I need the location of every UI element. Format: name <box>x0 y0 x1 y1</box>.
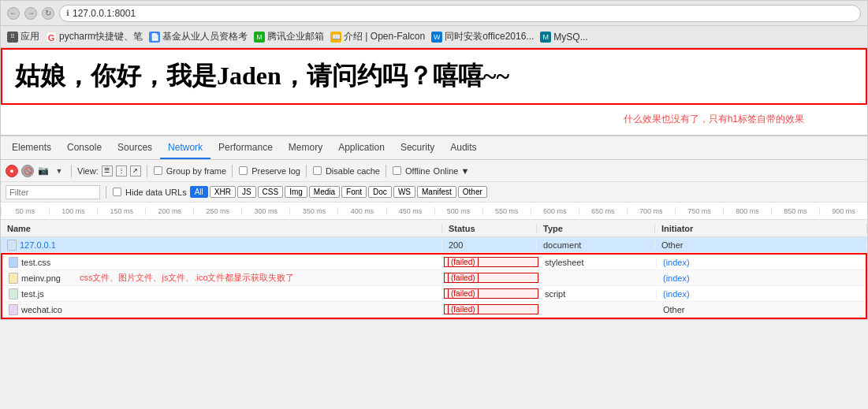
bookmark-mysql[interactable]: M MySQ... <box>540 32 587 43</box>
refresh-button[interactable]: ↻ <box>42 7 54 20</box>
initiator-link[interactable]: (index) <box>663 258 690 267</box>
preserve-log-checkbox[interactable] <box>239 166 248 175</box>
filter-tag-font[interactable]: Font <box>341 186 367 198</box>
filter-row: Hide data URLs AllXHRJSCSSImgMediaFontDo… <box>1 182 867 203</box>
filter-tag-media[interactable]: Media <box>309 186 340 198</box>
group-by-frame-checkbox[interactable] <box>154 166 162 175</box>
initiator-link[interactable]: (index) <box>663 289 690 299</box>
bookmark-pycharm[interactable]: G pycharm快捷键、笔 <box>46 30 143 43</box>
timeline-tick: 750 ms <box>675 207 723 215</box>
timeline-tick: 250 ms <box>193 207 241 215</box>
offline-label: Offline <box>405 166 430 176</box>
header-name[interactable]: Name <box>1 224 442 233</box>
tab-memory[interactable]: Memory <box>281 137 330 159</box>
table-row[interactable]: 127.0.0.1200documentOther <box>1 237 867 253</box>
filter-tag-manifest[interactable]: Manifest <box>417 186 456 198</box>
cell-initiator: Other <box>655 240 867 250</box>
filter-tag-xhr[interactable]: XHR <box>210 186 236 198</box>
tab-network[interactable]: Network <box>160 137 210 159</box>
table-row[interactable]: wechat.ico(failed)Other <box>2 302 866 318</box>
filter-tag-img[interactable]: Img <box>285 186 307 198</box>
filter-tag-doc[interactable]: Doc <box>368 186 392 198</box>
tab-performance[interactable]: Performance <box>210 137 281 159</box>
timeline-tick: 500 ms <box>434 207 482 215</box>
fund-icon: 📄 <box>149 32 160 43</box>
tab-elements[interactable]: Elements <box>4 137 59 159</box>
table-row[interactable]: test.js(failed)script(index) <box>2 286 866 302</box>
timeline-tick: 600 ms <box>531 207 579 215</box>
file-name: test.js <box>21 289 44 299</box>
list-view-icon[interactable]: ☰ <box>102 165 113 177</box>
bookmark-apps-label: 应用 <box>20 30 39 43</box>
toolbar-sep-5 <box>386 165 386 177</box>
file-name: meinv.png <box>21 273 61 283</box>
cell-name: meinv.pngcss文件、图片文件、js文件、.ico文件都显示获取失败了 <box>2 272 444 284</box>
forward-button[interactable]: → <box>24 7 37 20</box>
cell-name: 127.0.0.1 <box>1 240 442 251</box>
filter-sep <box>106 186 106 199</box>
header-status[interactable]: Status <box>442 224 537 233</box>
intro-icon: 📖 <box>330 32 341 43</box>
tab-security[interactable]: Security <box>393 137 442 159</box>
timeline-tick: 850 ms <box>771 207 819 215</box>
preserve-log-label: Preserve log <box>251 166 300 176</box>
mysql-icon: M <box>540 32 551 43</box>
header-initiator[interactable]: Initiator <box>655 224 867 233</box>
tab-sources[interactable]: Sources <box>110 137 160 159</box>
timeline-tick: 50 ms <box>1 207 49 215</box>
bookmark-fund[interactable]: 📄 基金从业人员资格考 <box>149 30 248 43</box>
back-button[interactable]: ← <box>7 7 20 20</box>
filter-tag-other[interactable]: Other <box>458 186 487 198</box>
timeline-tick: 300 ms <box>241 207 289 215</box>
cell-status: (failed) <box>444 304 538 314</box>
cell-name: test.js <box>2 288 444 299</box>
filter-button[interactable]: ▼ <box>53 165 65 177</box>
camera-button[interactable]: 📷 <box>37 165 50 177</box>
disable-cache-label: Disable cache <box>326 166 380 176</box>
tab-console[interactable]: Console <box>59 137 110 159</box>
table-row[interactable]: meinv.pngcss文件、图片文件、js文件、.ico文件都显示获取失败了(… <box>2 270 866 286</box>
cell-initiator: Other <box>657 305 866 314</box>
timeline-tick: 900 ms <box>819 207 867 215</box>
header-type[interactable]: Type <box>537 224 655 233</box>
table-row[interactable]: test.css(failed)stylesheet(index) <box>2 255 866 270</box>
hide-data-urls-checkbox[interactable] <box>113 188 121 196</box>
file-name: test.css <box>21 258 50 267</box>
timeline-ruler: 50 ms100 ms150 ms200 ms250 ms300 ms350 m… <box>1 203 867 220</box>
file-name: 127.0.0.1 <box>20 240 56 250</box>
initiator-link[interactable]: (index) <box>663 273 690 283</box>
filter-input[interactable] <box>6 185 100 199</box>
tab-application[interactable]: Application <box>330 137 393 159</box>
online-dropdown[interactable]: Online ▼ <box>434 166 470 176</box>
bookmark-pycharm-label: pycharm快捷键、笔 <box>59 30 143 43</box>
toolbar-sep-2 <box>147 165 147 177</box>
bookmark-apps[interactable]: ⠿ 应用 <box>7 30 39 43</box>
filter-tag-css[interactable]: CSS <box>258 186 284 198</box>
timeline-tick: 550 ms <box>482 207 531 215</box>
tree-view-icon[interactable]: ⋮ <box>116 165 127 177</box>
js-file-icon <box>9 288 18 299</box>
hide-data-urls-label: Hide data URLs <box>125 188 187 197</box>
disable-cache-checkbox[interactable] <box>313 166 322 175</box>
devtools-tab-bar: Elements Console Sources Network Perform… <box>1 136 867 160</box>
tab-audits[interactable]: Audits <box>442 137 484 159</box>
record-button[interactable]: ● <box>6 165 18 177</box>
bookmark-office-label: 同时安装office2016... <box>445 30 534 43</box>
bookmark-office[interactable]: W 同时安装office2016... <box>431 30 534 43</box>
filter-tag-ws[interactable]: WS <box>393 186 415 198</box>
clear-button[interactable]: 🚫 <box>21 165 34 177</box>
offline-checkbox[interactable] <box>393 166 401 175</box>
doc-file-icon <box>7 240 17 251</box>
bookmark-tencent[interactable]: M 腾讯企业邮箱 <box>254 30 324 43</box>
timeline-tick: 150 ms <box>97 207 145 215</box>
filter-tag-js[interactable]: JS <box>237 186 256 198</box>
cell-initiator: (index) <box>657 258 866 267</box>
table-header: Name Status Type Initiator <box>1 220 867 237</box>
bookmark-intro[interactable]: 📖 介绍 | Open-Falcon <box>330 30 425 43</box>
filter-tag-all[interactable]: All <box>190 186 208 198</box>
address-bar[interactable]: ℹ 127.0.0.1:8001 <box>59 5 861 22</box>
network-table: Name Status Type Initiator 127.0.0.1200d… <box>1 220 867 319</box>
cursor-view-icon[interactable]: ↗ <box>130 165 141 177</box>
filter-tags: AllXHRJSCSSImgMediaFontDocWSManifestOthe… <box>190 186 487 198</box>
toolbar-sep-1 <box>71 165 72 177</box>
